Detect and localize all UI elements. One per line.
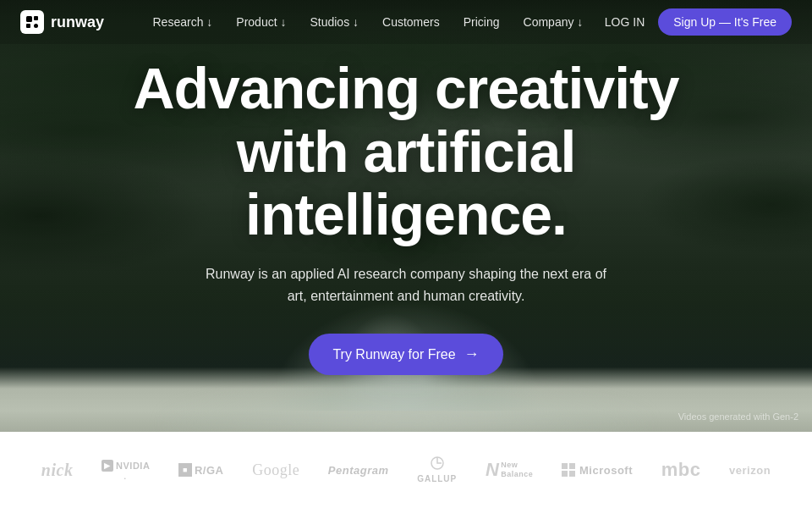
logo-google: Google [252,461,299,479]
nav-company[interactable]: Company ↓ [524,15,584,29]
svg-point-3 [34,24,38,28]
logo-mbc: mbc [661,459,701,481]
hero-attribution: Videos generated with Gen-2 [678,411,798,422]
logos-bar: nick ▶ NVIDIA . ■ R/GA Google Pentagram … [0,432,812,508]
nb-icon: N [486,459,499,481]
microsoft-label: Microsoft [579,464,633,477]
logo-verizon: verizon [729,464,771,477]
hero-cta-label: Try Runway for Free [332,347,455,362]
rga-box: ■ [178,463,192,477]
hero-title: Advancing creativity with artificial int… [76,57,736,246]
logo-nvidia: ▶ NVIDIA . [102,460,150,481]
hero-content: Advancing creativity with artificial int… [42,57,770,376]
login-link[interactable]: LOG IN [605,15,645,29]
logo-nick: nick [41,461,74,480]
gallup-icon [425,456,449,473]
logo-gallup: GALLUP [417,456,457,483]
pentagram-label: Pentagram [328,464,389,477]
logo-microsoft: Microsoft [562,463,633,477]
nvidia-label: NVIDIA [116,461,150,471]
logo-rga: ■ R/GA [178,463,224,477]
gallup-label: GALLUP [417,474,457,483]
svg-rect-2 [26,24,30,28]
nvidia-icon: ▶ [102,460,113,472]
nvidia-sub: . [123,472,128,481]
hero-subtitle: Runway is an applied AI research company… [203,263,609,306]
nick-label: nick [41,461,74,480]
signup-button[interactable]: Sign Up — It's Free [658,8,792,36]
google-label: Google [252,461,299,479]
nav-pricing[interactable]: Pricing [464,15,500,29]
nav-product[interactable]: Product ↓ [236,15,286,29]
svg-rect-0 [26,16,32,22]
nav-actions: LOG IN Sign Up — It's Free [605,8,792,36]
svg-rect-1 [34,16,38,20]
navbar: runway Research ↓ Product ↓ Studios ↓ Cu… [0,0,812,44]
verizon-label: verizon [729,464,771,477]
nav-studios[interactable]: Studios ↓ [310,15,359,29]
brand-logo[interactable]: runway [20,10,104,34]
hero-section: Advancing creativity with artificial int… [0,0,812,432]
rga-label: R/GA [195,464,224,477]
hero-cta-arrow: → [464,345,480,363]
nb-text: New Balance [501,461,533,479]
brand-name: runway [51,14,104,31]
ms-grid-icon [562,463,575,477]
nvidia-top: ▶ NVIDIA [102,460,150,472]
mbc-label: mbc [661,459,701,481]
logo-icon [20,10,44,34]
logo-pentagram: Pentagram [328,464,389,477]
nav-links: Research ↓ Product ↓ Studios ↓ Customers… [131,15,605,29]
hero-cta-button[interactable]: Try Runway for Free → [309,334,502,375]
logo-newbalance: N New Balance [486,459,533,481]
nav-research[interactable]: Research ↓ [153,15,213,29]
nav-customers[interactable]: Customers [382,15,440,29]
